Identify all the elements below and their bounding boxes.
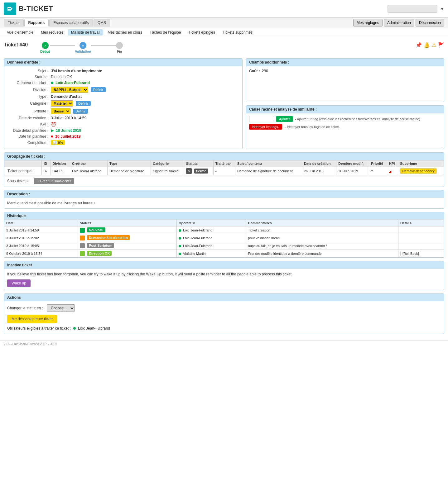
th-date: Date [4, 220, 78, 226]
subnav-taches-en-cours[interactable]: Mes tâches en cours [104, 29, 145, 36]
clear-tags-button[interactable]: Nettoyer les tags. [249, 124, 282, 130]
search-input[interactable] [388, 5, 437, 13]
ticket-icons: 📌 🔔 ⚠ 🚩 [416, 42, 444, 48]
th-supprimer: Supprimer [398, 160, 444, 167]
row-date-debut: Date début planifiée : ▶ 10 Juillet 2019 [7, 128, 239, 133]
changer-statut-select[interactable]: Choose... [47, 304, 75, 312]
th-date-creation: Date de création [302, 160, 336, 167]
actions-body: Changer le statut en : Choose... Me déss… [4, 301, 444, 334]
th-operateur: Opérateur [177, 220, 246, 226]
cause-header: Cause racine et analyse de similarité : [246, 106, 444, 113]
nav-bar: Tickets Rapports Espaces collaboratifs Q… [0, 18, 448, 28]
dessasigner-button[interactable]: Me déssasigner ce ticket [7, 315, 57, 323]
row-kpi: KPI : ⏰ [7, 122, 239, 127]
subnav-ma-liste[interactable]: Ma liste de travail [68, 29, 103, 36]
sujet-label: Sujet : [7, 69, 51, 73]
warning-icon[interactable]: ⚠ [432, 42, 436, 48]
creer-sous-ticket-button[interactable]: + Créer un sous-ticket [34, 178, 74, 184]
tp-division: BAPPLI [51, 167, 70, 175]
deconnexion-button[interactable]: Déconnexion [416, 19, 444, 26]
tp-statuts-icon: ⧖ [186, 168, 192, 174]
categorie-select[interactable]: Matériel [51, 100, 73, 107]
row-priorite: Priorité : Basse Définir [7, 108, 239, 114]
clear-tags-row: Nettoyer les tags. - Nettoyer tous les t… [249, 124, 340, 130]
actions-header: Actions [4, 294, 444, 301]
tab-espaces[interactable]: Espaces collaboratifs [49, 19, 93, 26]
row-statuts: Statuts : Direction OK [7, 75, 239, 79]
categorie-container: Matériel Définir [51, 100, 91, 107]
tp-remove[interactable]: Remove dependency [398, 167, 444, 175]
th-categorie: Catégorie [151, 160, 184, 167]
date-debut-value: 10 Juillet 2019 [56, 128, 81, 133]
administration-button[interactable]: Administration [384, 19, 414, 26]
division-definir-button[interactable]: Définir [91, 87, 106, 92]
tp-statuts: ⧖ Fermé [184, 167, 213, 175]
two-col-section: Données d'entête : Sujet : J'ai besoin d… [4, 58, 444, 149]
subnav-tickets-supprimes[interactable]: Tickets supprimés [219, 29, 256, 36]
logo-text: B-TICKET [19, 5, 53, 13]
remove-dependency-button[interactable]: Remove dependency [400, 168, 437, 174]
th-details: Détails [398, 220, 444, 226]
th-empty [4, 160, 42, 167]
type-label: Type : [7, 94, 51, 99]
subnav-tickets-epingles[interactable]: Tickets épinglés [185, 29, 218, 36]
tab-tickets[interactable]: Tickets [4, 19, 24, 26]
tp-date-creation: 26 Juin 2019 [302, 167, 336, 175]
row-categorie: Catégorie : Matériel Définir [7, 100, 239, 107]
hist-row: 3 Juillet 2019 à 15:05 Post-Scriptum Loï… [4, 242, 444, 250]
bar-1 [389, 172, 390, 173]
tab-rapports[interactable]: Rapports [24, 19, 49, 26]
mes-reglages-button[interactable]: Mes réglages [353, 19, 383, 26]
subnav-mes-requetes[interactable]: Mes requêtes [38, 29, 67, 36]
hist-details [398, 226, 444, 234]
createur-value: Loïc Jean-Fulcrand [55, 81, 90, 85]
row-completion: Complétion : 📊 0% [7, 140, 239, 145]
division-select[interactable]: BAPPLI - B-Appli [51, 87, 88, 93]
wakeup-button[interactable]: Wake up [7, 279, 31, 287]
step-circle-validation: ● [79, 42, 86, 49]
tab-qms[interactable]: QMS [94, 19, 110, 26]
tag-input-row: Ajouter - Ajouter un tag (cela aide les … [249, 116, 441, 122]
hist-date: 3 Juillet 2019 à 14:59 [4, 226, 78, 234]
step-label-debut: Début [40, 50, 50, 53]
categorie-label: Catégorie : [7, 101, 51, 106]
hist-details [398, 234, 444, 242]
th-kpi: KPI [387, 160, 398, 167]
priorite-definir-button[interactable]: Définir [73, 109, 88, 114]
priorite-select[interactable]: Basse [51, 108, 70, 114]
hist-statuts: Post-Scriptum [78, 242, 176, 250]
cout-label: Coût : [249, 69, 260, 73]
subnav-vue-ensemble[interactable]: Vue d'ensemble [4, 29, 36, 36]
th-statuts: Statuts [184, 160, 213, 167]
hist-date: 3 Juillet 2019 à 15:05 [4, 242, 78, 250]
ajouter-button[interactable]: Ajouter [276, 116, 293, 122]
cout-value: 290 [262, 69, 268, 73]
th-sujet: Sujet / contenu [235, 160, 302, 167]
ticket-principal-label: Ticket principal : [4, 167, 42, 175]
eligibles-dot [73, 327, 76, 330]
tp-cree-par: Loïc Jean-Fulcrand [70, 167, 107, 175]
hist-commentaires: Ticket creation [246, 226, 398, 234]
eligibles-row: Utilisateurs éligibles à traiter ce tick… [7, 326, 110, 331]
date-debut-label: Date début planifiée : [7, 128, 51, 133]
connector-2 [91, 45, 116, 46]
hist-row: 3 Juillet 2019 à 14:59 Nouveau Loïc Jean… [4, 226, 444, 234]
categorie-definir-button[interactable]: Définir [76, 101, 91, 106]
th-commentaires: Commentaires [246, 220, 398, 226]
tp-kpi [387, 167, 398, 175]
eligibles-label: Utilisateurs éligibles à traiter ce tick… [7, 326, 71, 331]
tp-priorite: ≡ [369, 167, 387, 175]
kpi-bars [389, 169, 396, 173]
hist-date: 3 Juillet 2019 à 15:02 [4, 234, 78, 242]
footer: v1.6 - Loïc Jean-Fulcrand 2007 - 2019 [0, 340, 448, 348]
row-division: Division : BAPPLI - B-Appli Définir [7, 87, 239, 93]
footer-text: v1.6 - Loïc Jean-Fulcrand 2007 - 2019 [4, 342, 57, 346]
subnav-taches-equipe[interactable]: Tâches de l'équipe [147, 29, 184, 36]
hist-details: [Roll Back] [398, 250, 444, 258]
flag-icon[interactable]: 🚩 [438, 42, 444, 48]
filter-icon[interactable]: ▼ [440, 6, 444, 11]
tag-text-input[interactable] [249, 116, 274, 122]
pin-icon[interactable]: 📌 [416, 42, 422, 48]
bell-icon[interactable]: 🔔 [424, 42, 430, 48]
tp-statuts-badge: Fermé [194, 169, 208, 174]
